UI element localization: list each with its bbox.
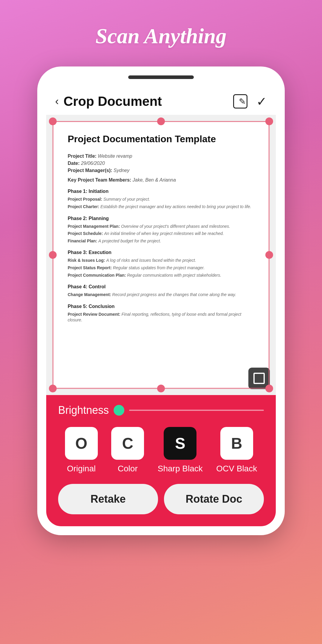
doc-item-label-0-0: Project Proposal: xyxy=(68,197,103,202)
doc-field-value-0: Website revamp xyxy=(98,154,132,159)
crop-handle-tl[interactable] xyxy=(49,117,57,125)
header-title: Crop Document xyxy=(64,94,162,109)
doc-section-title-3: Phase 4: Control xyxy=(68,284,254,290)
filter-button-ocv-black[interactable]: B xyxy=(220,427,253,460)
filter-label-sharp-black: Sharp Black xyxy=(158,464,203,473)
doc-item-2-2: Project Communication Plan: Regular comm… xyxy=(68,273,254,278)
doc-field-1: Date: 29/06/2020 xyxy=(68,161,254,166)
doc-section-title-0: Phase 1: Initiation xyxy=(68,189,254,194)
phone-notch xyxy=(128,75,194,79)
filter-button-original[interactable]: O xyxy=(65,427,98,460)
rotate-button[interactable]: Rotate Doc xyxy=(164,484,264,514)
doc-field-label-3: Key Project Team Members: xyxy=(68,177,131,182)
app-header: ‹ Crop Document ✓ xyxy=(46,88,276,115)
doc-item-value-1-2: A projected budget for the project. xyxy=(98,239,161,243)
doc-item-3-0: Change Management: Record project progre… xyxy=(68,292,254,298)
action-row: Retake Rotate Doc xyxy=(58,484,264,514)
filter-item-sharp-black: SSharp Black xyxy=(158,427,203,473)
filter-options: OOriginalCColorSSharp BlackBOCV Black xyxy=(58,427,264,473)
doc-item-label-1-0: Project Management Plan: xyxy=(68,224,121,229)
doc-item-1-0: Project Management Plan: Overview of you… xyxy=(68,224,254,230)
bottom-panel: Brightness OOriginalCColorSSharp BlackBO… xyxy=(46,395,276,526)
doc-item-value-3-0: Record project progress and the changes … xyxy=(112,292,236,297)
doc-section-3: Phase 4: ControlChange Management: Recor… xyxy=(68,284,254,298)
doc-field-value-2: Sydney xyxy=(114,168,129,173)
doc-item-0-1: Project Charter: Establish the project m… xyxy=(68,204,254,210)
crop-handle-mr[interactable] xyxy=(265,251,273,259)
doc-item-value-1-0: Overview of your project's different pha… xyxy=(121,224,230,229)
filter-label-color: Color xyxy=(118,464,138,473)
doc-item-2-0: Risk & Issues Log: A log of risks and is… xyxy=(68,258,254,264)
filter-item-color: CColor xyxy=(111,427,144,473)
crop-handle-tc[interactable] xyxy=(157,117,165,125)
edit-button[interactable] xyxy=(233,94,247,109)
doc-title: Project Documentation Template xyxy=(68,133,254,145)
doc-item-value-2-0: A log of risks and issues faced within t… xyxy=(106,258,196,263)
doc-section-1: Phase 2: PlanningProject Management Plan… xyxy=(68,216,254,244)
fullscreen-icon xyxy=(253,373,265,384)
crop-handle-br[interactable] xyxy=(265,385,273,392)
filter-label-original: Original xyxy=(67,464,96,473)
phone-frame: ‹ Crop Document ✓ Project Documentation … xyxy=(37,66,285,535)
back-button[interactable]: ‹ xyxy=(55,95,59,108)
doc-item-label-1-1: Project Schedule: xyxy=(68,231,104,236)
doc-section-2: Phase 3: ExecutionRisk & Issues Log: A l… xyxy=(68,250,254,278)
doc-item-label-4-0: Project Review Document: xyxy=(68,312,122,317)
doc-field-label-1: Date: xyxy=(68,161,80,166)
doc-item-label-2-0: Risk & Issues Log: xyxy=(68,258,106,263)
doc-field-label-0: Project Title: xyxy=(68,154,97,159)
doc-item-value-0-1: Establish the project manager and key ac… xyxy=(100,204,251,209)
doc-item-1-2: Financial Plan: A projected budget for t… xyxy=(68,238,254,244)
doc-item-value-0-0: Summary of your project. xyxy=(103,197,150,202)
doc-item-label-3-0: Change Management: xyxy=(68,292,112,297)
doc-item-0-0: Project Proposal: Summary of your projec… xyxy=(68,196,254,202)
header-right: ✓ xyxy=(233,94,267,109)
crop-handle-bc[interactable] xyxy=(157,385,165,392)
crop-handle-ml[interactable] xyxy=(49,251,57,259)
brightness-slider[interactable] xyxy=(129,410,264,411)
filter-item-ocv-black: BOCV Black xyxy=(216,427,257,473)
confirm-button[interactable]: ✓ xyxy=(256,94,267,109)
doc-item-label-2-2: Project Communication Plan: xyxy=(68,273,127,278)
filter-label-ocv-black: OCV Black xyxy=(216,464,257,473)
doc-field-2: Project Manager(s): Sydney xyxy=(68,168,254,173)
filter-button-sharp-black[interactable]: S xyxy=(164,427,196,460)
doc-section-0: Phase 1: InitiationProject Proposal: Sum… xyxy=(68,189,254,210)
doc-field-value-1: 29/06/2020 xyxy=(81,161,105,166)
doc-item-1-1: Project Schedule: An initial timeline of… xyxy=(68,231,254,237)
crop-handle-bl[interactable] xyxy=(49,385,57,392)
brightness-row: Brightness xyxy=(58,404,264,417)
doc-item-value-1-1: An initial timeline of when key project … xyxy=(104,231,224,236)
doc-item-label-1-2: Financial Plan: xyxy=(68,239,98,243)
document-paper: Project Documentation Template Project T… xyxy=(52,121,270,389)
doc-field-0: Project Title: Website revamp xyxy=(68,154,254,159)
doc-item-value-2-2: Regular communications with project stak… xyxy=(127,273,221,278)
doc-item-4-0: Project Review Document: Final reporting… xyxy=(68,312,254,323)
doc-section-4: Phase 5: ConclusionProject Review Docume… xyxy=(68,304,254,323)
document-area: Project Documentation Template Project T… xyxy=(46,115,276,395)
doc-section-title-2: Phase 3: Execution xyxy=(68,250,254,255)
filter-item-original: OOriginal xyxy=(65,427,98,473)
doc-fields: Project Title: Website revamp Date: 29/0… xyxy=(68,154,254,183)
header-left: ‹ Crop Document xyxy=(55,94,162,109)
page-title: Scan Anything xyxy=(95,24,227,49)
doc-field-label-2: Project Manager(s): xyxy=(68,168,112,173)
doc-item-2-1: Project Status Report: Regular status up… xyxy=(68,265,254,271)
doc-field-3: Key Project Team Members: Jake, Ben & Ar… xyxy=(68,177,254,183)
doc-item-value-2-1: Regular status updates from the project … xyxy=(113,265,205,270)
crop-handle-tr[interactable] xyxy=(265,117,273,125)
doc-field-value-3: Jake, Ben & Arianna xyxy=(133,177,176,182)
doc-item-label-0-1: Project Charter: xyxy=(68,204,100,209)
brightness-indicator xyxy=(114,405,124,416)
doc-section-title-4: Phase 5: Conclusion xyxy=(68,304,254,309)
retake-button[interactable]: Retake xyxy=(58,484,158,514)
brightness-label: Brightness xyxy=(58,404,109,417)
filter-button-color[interactable]: C xyxy=(111,427,144,460)
doc-sections: Phase 1: InitiationProject Proposal: Sum… xyxy=(68,189,254,323)
doc-item-label-2-1: Project Status Report: xyxy=(68,265,113,270)
doc-section-title-1: Phase 2: Planning xyxy=(68,216,254,221)
